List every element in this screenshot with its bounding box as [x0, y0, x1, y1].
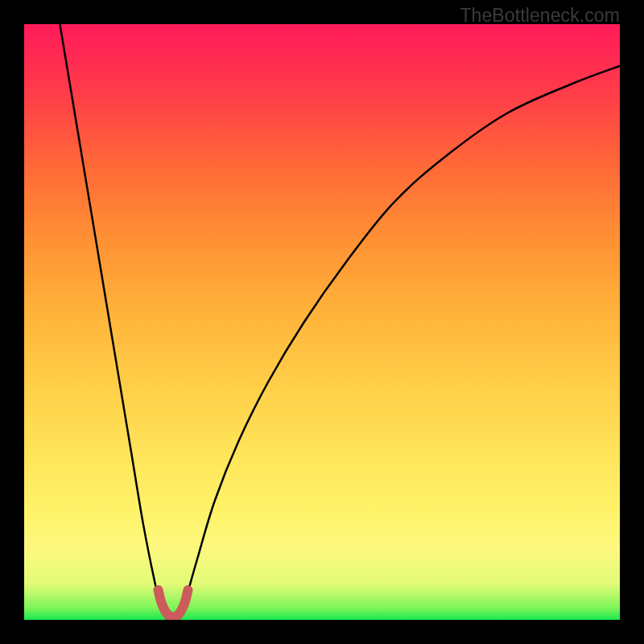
chart-frame: TheBottleneck.com: [0, 0, 644, 644]
series-trough-highlight: [159, 590, 188, 617]
plot-area: [24, 24, 620, 620]
series-right-branch: [179, 66, 620, 620]
curve-layer: [24, 24, 620, 620]
series-left-branch: [60, 24, 167, 620]
watermark-text: TheBottleneck.com: [460, 5, 620, 27]
